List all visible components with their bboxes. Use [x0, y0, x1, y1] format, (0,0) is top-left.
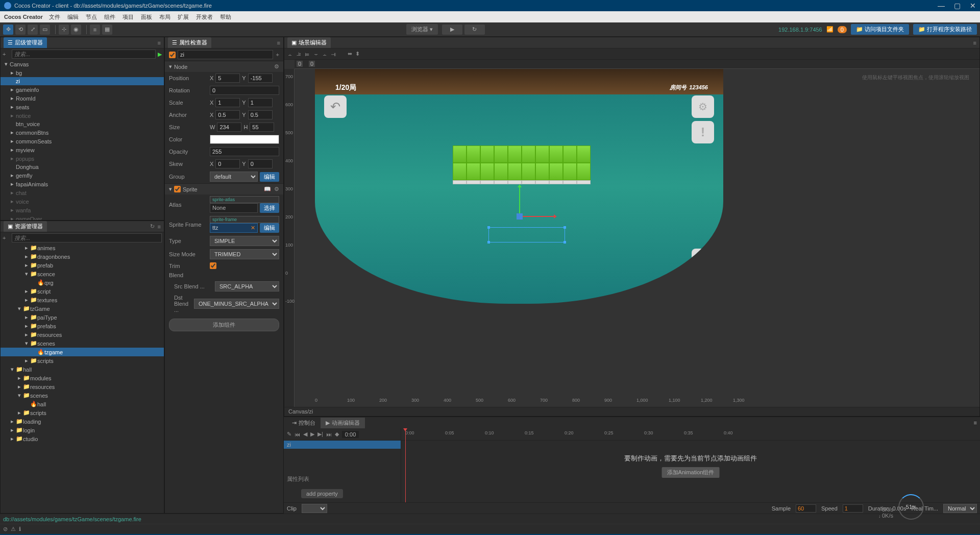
node-settings-icon[interactable]: ⚙ — [274, 63, 279, 70]
menu-layout[interactable]: 布局 — [159, 13, 170, 21]
open-project-folder-button[interactable]: 📁 访问项目文件夹 — [851, 24, 909, 35]
hierarchy-item-btn_voice[interactable]: btn_voice — [1, 120, 164, 128]
selection-box[interactable] — [488, 227, 565, 242]
clip-select[interactable] — [302, 504, 327, 513]
asset-item-scripts[interactable]: ▸📁 scripts — [1, 408, 164, 417]
anim-event-icon[interactable]: ◆ — [335, 431, 339, 437]
hierarchy-add-button[interactable]: + — [3, 51, 12, 57]
anim-last-icon[interactable]: ⏭ — [326, 431, 332, 437]
menu-panel[interactable]: 面板 — [141, 13, 152, 21]
scene-menu-icon[interactable]: ≡ — [973, 40, 976, 46]
node-name-input[interactable] — [178, 50, 273, 59]
rect-tool[interactable]: ▭ — [40, 25, 50, 35]
timeline-ruler[interactable]: 0:000:050:100:150:200:250:300:350:40 — [401, 428, 980, 441]
add-property-button[interactable]: add property — [301, 489, 343, 498]
refresh-button[interactable]: ↻ — [464, 25, 485, 35]
add-animation-component-button[interactable]: 添加Animation组件 — [662, 467, 720, 478]
asset-item-prefab[interactable]: ▸📁 prefab — [1, 261, 164, 270]
add-component-button[interactable]: 添加组件 — [169, 319, 279, 331]
move-tool[interactable]: ✥ — [3, 25, 13, 35]
anim-next-icon[interactable]: ▶| — [317, 431, 323, 437]
hierarchy-item-bg[interactable]: ▸bg — [1, 68, 164, 77]
size-mode-select[interactable]: TRIMMED — [210, 249, 279, 259]
hierarchy-menu-icon[interactable]: ≡ — [158, 40, 161, 46]
assets-tab[interactable]: ▣资源管理器 — [4, 221, 47, 232]
close-button[interactable]: ✕ — [970, 2, 976, 10]
asset-item-animes[interactable]: ▸📁 animes — [1, 244, 164, 252]
rotation-input[interactable] — [210, 86, 279, 95]
hierarchy-item-gameinfo[interactable]: ▸gameinfo — [1, 85, 164, 94]
sprite-settings-icon[interactable]: ⚙ — [274, 186, 279, 192]
status-error-icon[interactable]: ⊘ — [3, 526, 8, 532]
grid-tool[interactable]: ▦ — [102, 25, 112, 35]
hierarchy-filter-icon[interactable]: ▶ — [158, 51, 162, 58]
asset-item-scenes[interactable]: ▾📁 scenes — [1, 339, 164, 348]
assets-add-button[interactable]: + — [3, 235, 12, 241]
info-button[interactable]: ! — [692, 121, 714, 143]
wrap-mode-select[interactable]: Normal — [943, 504, 977, 513]
asset-item-dragonbones[interactable]: ▸📁 dragonbones — [1, 252, 164, 261]
hierarchy-item-zi[interactable]: zi — [1, 77, 164, 85]
hierarchy-item-myview[interactable]: ▸myview — [1, 145, 164, 154]
scene-tab[interactable]: ▣场景编辑器 — [287, 37, 331, 48]
scale-tool[interactable]: ⤢ — [28, 25, 38, 35]
inspector-menu-icon[interactable]: ≡ — [277, 40, 280, 46]
asset-item-scence[interactable]: ▾📁 scence — [1, 270, 164, 278]
asset-item-prefabs[interactable]: ▸📁 prefabs — [1, 322, 164, 330]
asset-item-paiType[interactable]: ▸📁 paiType — [1, 313, 164, 322]
hierarchy-item-voice[interactable]: ▸voice — [1, 197, 164, 206]
asset-item-resources[interactable]: ▸📁 resources — [1, 330, 164, 339]
asset-item-textures[interactable]: ▸📁 textures — [1, 296, 164, 304]
settings-button[interactable]: ⚙ — [692, 95, 714, 118]
hierarchy-item-wanfa[interactable]: ▸wanfa — [1, 206, 164, 214]
anim-play-icon[interactable]: ▶ — [310, 431, 314, 437]
hierarchy-item-RoomId[interactable]: ▸RoomId — [1, 94, 164, 103]
rotate-tool[interactable]: ⟲ — [15, 25, 26, 35]
node-section-header[interactable]: ▾Node ⚙ — [165, 61, 283, 72]
asset-item-qxg[interactable]: 🔥 qxg — [1, 278, 164, 287]
anchor-tool[interactable]: ⊹ — [59, 25, 69, 35]
group-edit-button[interactable]: 编辑 — [260, 172, 279, 182]
scale-y-input[interactable] — [248, 98, 273, 107]
hierarchy-item-commonBtns[interactable]: ▸commonBtns — [1, 128, 164, 137]
asset-item-tzGame[interactable]: ▾📁 tzGame — [1, 304, 164, 313]
anim-menu-icon[interactable]: ≡ — [974, 420, 977, 426]
align-center-h-icon[interactable]: ⫡ — [296, 51, 302, 57]
asset-item-login[interactable]: ▸📁 login — [1, 426, 164, 434]
hierarchy-item-popups[interactable]: ▸popups — [1, 154, 164, 163]
minimize-button[interactable]: — — [938, 2, 945, 10]
anim-track-item[interactable]: zi — [284, 441, 401, 449]
sprite-section-header[interactable]: ▾Sprite 📖 ⚙ — [165, 183, 283, 194]
play-button[interactable]: ▶ — [442, 25, 462, 35]
asset-item-loading[interactable]: ▸📁 loading — [1, 417, 164, 426]
voice-button[interactable]: 🎤 — [692, 249, 714, 271]
scene-canvas[interactable]: 使用鼠标左键平移视图焦点，使用滚轮缩放视图 700600500400300200… — [284, 60, 979, 407]
distribute-v-icon[interactable]: ⬍ — [355, 51, 360, 57]
preview-platform-dropdown[interactable]: 浏览器 ▾ — [406, 24, 438, 35]
align-center-v-icon[interactable]: ⫠ — [322, 51, 328, 57]
sample-input[interactable] — [796, 504, 816, 513]
atlas-value[interactable]: None — [210, 203, 258, 213]
anchor-x-input[interactable] — [215, 110, 240, 119]
asset-item-tzgame[interactable]: 🔥 tzgame — [1, 348, 164, 356]
spriteframe-value[interactable]: ttz✕ — [210, 223, 258, 233]
assets-refresh-icon[interactable]: ↻ — [150, 223, 155, 230]
open-install-path-button[interactable]: 📁 打开程序安装路径 — [913, 24, 977, 35]
skew-y-input[interactable] — [248, 159, 273, 168]
sprite-type-select[interactable]: SIMPLE — [210, 236, 279, 246]
back-button[interactable]: ↶ — [324, 95, 347, 118]
hierarchy-item-notice[interactable]: ▸notice — [1, 111, 164, 120]
speed-input[interactable] — [843, 504, 863, 513]
menu-edit[interactable]: 编辑 — [67, 13, 79, 21]
trim-checkbox[interactable] — [210, 262, 216, 269]
align-left-icon[interactable]: ⫠ — [287, 51, 293, 57]
hierarchy-item-Canvas[interactable]: ▾Canvas — [1, 60, 164, 68]
spriteframe-edit-button[interactable]: 编辑 — [260, 223, 279, 233]
anim-prev-icon[interactable]: ◀ — [303, 431, 307, 437]
menu-developer[interactable]: 开发者 — [196, 13, 213, 21]
menu-component[interactable]: 组件 — [104, 13, 115, 21]
node-enabled-checkbox[interactable] — [169, 52, 176, 58]
dst-blend-select[interactable]: ONE_MINUS_SRC_ALPHA — [194, 299, 279, 309]
timeline-playhead[interactable] — [405, 428, 406, 502]
size-h-input[interactable] — [250, 123, 274, 132]
